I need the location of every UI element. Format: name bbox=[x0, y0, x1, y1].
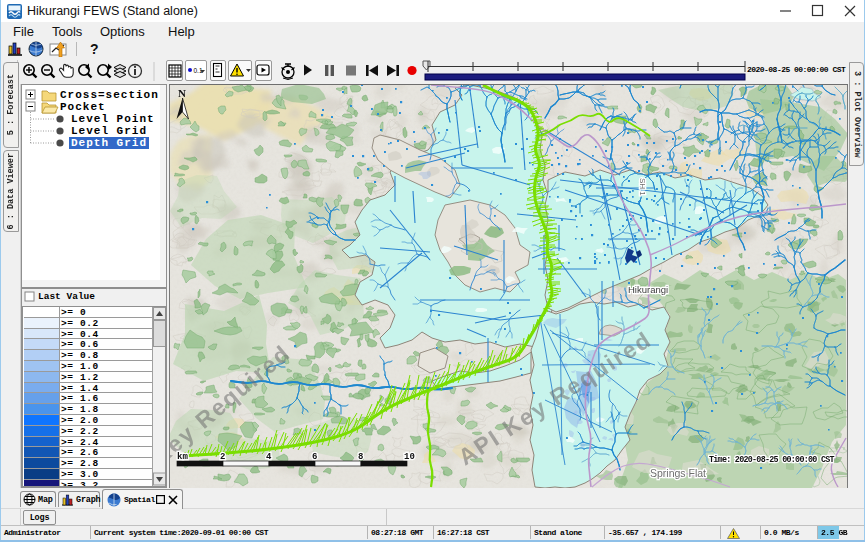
svg-text:Springs Flat: Springs Flat bbox=[650, 467, 706, 479]
svg-text:km: km bbox=[177, 452, 188, 462]
svg-text:SH 1: SH 1 bbox=[638, 178, 647, 196]
svg-text:N: N bbox=[178, 87, 186, 99]
svg-text:Hikurangi: Hikurangi bbox=[628, 284, 668, 295]
svg-text:8: 8 bbox=[358, 452, 363, 462]
svg-text:4: 4 bbox=[266, 452, 272, 462]
svg-text:2: 2 bbox=[220, 452, 225, 462]
svg-text:6: 6 bbox=[312, 452, 317, 462]
svg-text:Time: 2020-08-25 00:00:00 CST: Time: 2020-08-25 00:00:00 CST bbox=[709, 455, 835, 465]
svg-text:10: 10 bbox=[404, 452, 415, 462]
